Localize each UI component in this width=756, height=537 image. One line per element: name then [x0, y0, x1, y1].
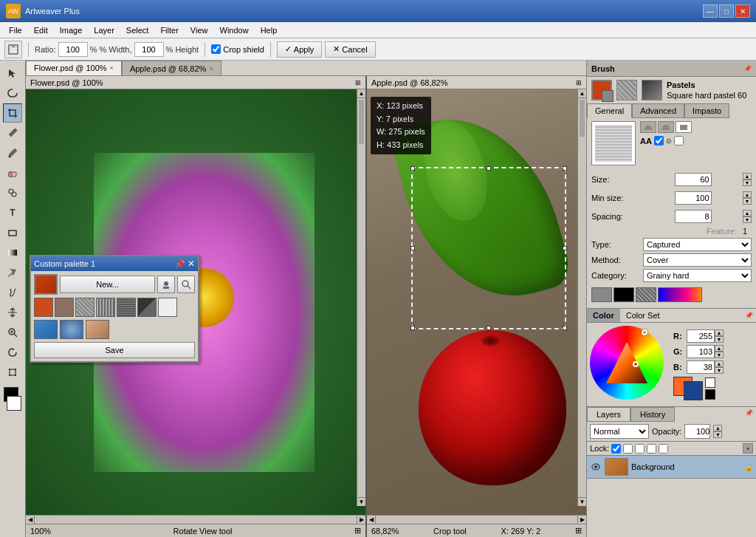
brush-shape-picker[interactable]	[642, 80, 662, 100]
apple-scroll-right[interactable]: ▶	[577, 516, 586, 524]
tool-text[interactable]: T	[3, 203, 22, 222]
menu-file[interactable]: File	[3, 24, 28, 36]
brush-shape-btn2[interactable]	[658, 121, 674, 133]
sel-handle-mr[interactable]	[563, 246, 567, 250]
palette-pin-icon[interactable]: 📌	[175, 259, 185, 269]
brush-shape-btn1[interactable]	[640, 121, 656, 133]
sel-handle-tl[interactable]	[410, 166, 415, 171]
method-select[interactable]: Cover	[643, 253, 752, 267]
palette-item4[interactable]	[96, 298, 115, 317]
lock-checkbox1[interactable]	[611, 444, 621, 454]
g-up[interactable]: ▲	[715, 345, 724, 352]
crop-shield-label[interactable]: Crop shield	[211, 44, 264, 54]
layer-item-background[interactable]: Background 🔒	[587, 456, 756, 479]
opacity-down[interactable]: ▼	[713, 431, 722, 438]
hue-cursor[interactable]	[642, 329, 647, 335]
sel-handle-ml[interactable]	[410, 246, 415, 250]
height-input[interactable]	[134, 42, 164, 57]
palette-color3[interactable]	[86, 320, 109, 339]
sel-handle-br[interactable]	[563, 326, 567, 330]
apple-vscroll[interactable]: ▲ ▼	[577, 89, 586, 506]
r-input[interactable]	[687, 329, 715, 343]
minsize-input[interactable]	[675, 191, 712, 205]
color-tab-set[interactable]: Color Set	[620, 309, 666, 322]
spacing-input[interactable]	[675, 210, 712, 223]
spacing-down[interactable]: ▼	[743, 216, 752, 223]
spacing-up[interactable]: ▲	[743, 210, 752, 216]
layers-tab-layers[interactable]: Layers	[587, 407, 630, 422]
size-down[interactable]: ▼	[743, 179, 752, 186]
tool-rect[interactable]	[3, 223, 22, 242]
menu-edit[interactable]: Edit	[28, 24, 54, 36]
size-input[interactable]	[675, 173, 712, 186]
color-wheel[interactable]	[590, 326, 664, 400]
g-input[interactable]	[687, 345, 715, 358]
color-tab-color[interactable]: Color	[587, 309, 620, 322]
palette-color-preview[interactable]	[34, 274, 58, 295]
tool-lasso[interactable]	[3, 83, 22, 103]
brush-swatch2[interactable]	[614, 287, 634, 302]
tool-eyedropper[interactable]	[3, 123, 22, 143]
lock-checkbox4[interactable]	[647, 444, 656, 454]
minsize-up[interactable]: ▲	[743, 191, 752, 198]
r-up[interactable]: ▲	[715, 329, 724, 336]
flower-scroll-up[interactable]: ▲	[357, 89, 365, 98]
tool-smudge[interactable]	[3, 283, 22, 302]
palette-item1[interactable]	[34, 298, 53, 317]
palette-item3[interactable]	[75, 298, 94, 317]
size-up[interactable]: ▲	[743, 173, 752, 179]
color-bg-large[interactable]	[684, 381, 703, 400]
apple-tab-close[interactable]: ×	[209, 65, 213, 72]
flower-scroll-left[interactable]: ◀	[26, 516, 35, 524]
menu-filter[interactable]: Filter	[154, 24, 184, 36]
apply-button[interactable]: ✓ Apply	[277, 41, 323, 58]
bg-color-swatch[interactable]	[7, 396, 21, 411]
flower-scroll-down[interactable]: ▼	[357, 497, 365, 506]
canvas-tab-flower[interactable]: Flower.psd @ 100% ×	[26, 61, 122, 75]
flower-hscroll[interactable]: ◀ ▶	[26, 515, 365, 524]
palette-item6[interactable]	[137, 298, 157, 317]
menu-view[interactable]: View	[185, 24, 214, 36]
brush-swatch1[interactable]	[591, 287, 612, 302]
menu-select[interactable]: Select	[120, 24, 155, 36]
palette-color2[interactable]	[60, 320, 83, 339]
apple-scroll-down[interactable]: ▼	[578, 497, 586, 506]
palette-titlebar[interactable]: Custom palette 1 📌 ✕	[31, 256, 198, 271]
palette-search-button[interactable]	[177, 276, 195, 293]
sel-handle-bl[interactable]	[410, 326, 415, 330]
cancel-button[interactable]: ✕ Cancel	[325, 41, 375, 58]
palette-item7[interactable]	[158, 298, 177, 317]
tool-select[interactable]	[3, 64, 22, 83]
b-input[interactable]	[687, 360, 715, 374]
apple-hscroll[interactable]: ◀ ▶	[367, 515, 586, 524]
flower-tab-close[interactable]: ×	[110, 64, 114, 72]
category-select[interactable]: Grainy hard	[643, 269, 752, 282]
aa-checkbox[interactable]	[654, 136, 664, 146]
b-down[interactable]: ▼	[715, 367, 724, 374]
sel-handle-tr[interactable]	[563, 166, 567, 171]
blend-mode-select[interactable]: Normal	[590, 424, 649, 439]
palette-item5[interactable]	[117, 298, 136, 317]
color-wheel-wrapper[interactable]	[590, 326, 667, 403]
layers-pin-icon[interactable]: 📌	[745, 409, 753, 422]
ratio-input[interactable]	[58, 42, 88, 57]
tool-rotate[interactable]	[3, 343, 22, 362]
menu-image[interactable]: Image	[54, 24, 89, 36]
selection-box[interactable]	[411, 167, 566, 329]
layer-eye-icon[interactable]	[590, 461, 602, 473]
brush-swatch3[interactable]	[636, 287, 656, 302]
lock-checkbox2[interactable]	[623, 444, 633, 454]
lock-checkbox3[interactable]	[635, 444, 645, 454]
aa-checkbox2[interactable]	[674, 136, 684, 146]
maximize-button[interactable]: □	[719, 4, 734, 18]
flower-scroll-right[interactable]: ▶	[357, 516, 365, 524]
minimize-button[interactable]: —	[703, 4, 718, 18]
g-down[interactable]: ▼	[715, 352, 724, 358]
brush-shape-btn3[interactable]	[676, 121, 692, 133]
apple-maximize-button[interactable]: ⊞	[576, 79, 582, 86]
flower-maximize-button[interactable]: ⊞	[355, 79, 361, 86]
white-swatch[interactable]	[705, 377, 715, 388]
lock-checkbox5[interactable]	[659, 444, 668, 454]
flower-scroll-thumb[interactable]	[359, 100, 364, 144]
canvas-tab-apple[interactable]: Apple.psd @ 68,82% ×	[122, 61, 221, 75]
